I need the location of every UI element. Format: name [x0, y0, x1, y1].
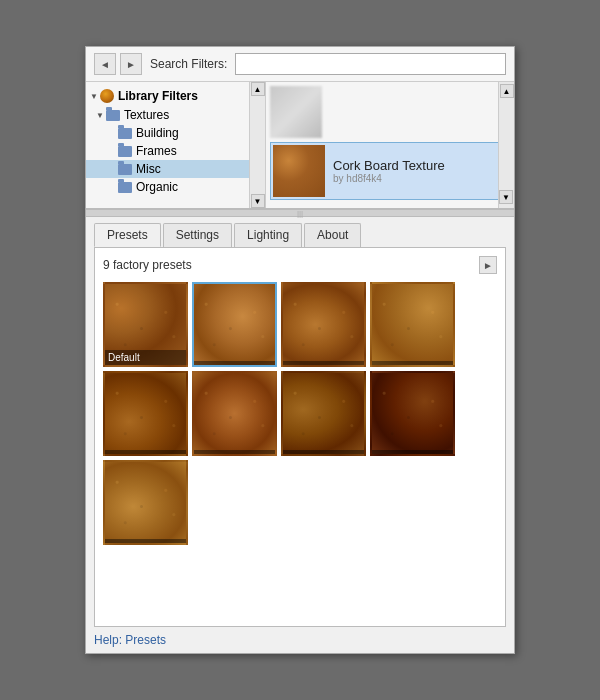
- preset-item-8[interactable]: [103, 460, 188, 545]
- preset-item-4[interactable]: [103, 371, 188, 456]
- main-window: ◄ ► Search Filters: ▼ Library Filters ▼ …: [85, 46, 515, 654]
- textures-folder-icon: [106, 110, 120, 121]
- preview-name-1: Cork Board Texture: [333, 158, 489, 173]
- frames-label: Frames: [136, 144, 177, 158]
- preset-item-2[interactable]: [281, 282, 366, 367]
- library-panel: ▼ Library Filters ▼ Textures Building: [86, 82, 514, 209]
- preview-item-0[interactable]: [270, 86, 510, 138]
- preset-label-3: [372, 361, 453, 365]
- tree-scroll-down-button[interactable]: ▼: [251, 194, 265, 208]
- tree-sub-item-organic[interactable]: Organic: [86, 178, 249, 196]
- tab-content: 9 factory presets ► Default: [94, 247, 506, 627]
- preset-item-1[interactable]: [192, 282, 277, 367]
- preview-thumbnail-1: [273, 145, 325, 197]
- tree-scrollbar: ▲ ▼: [249, 82, 265, 208]
- nav-forward-button[interactable]: ►: [120, 53, 142, 75]
- tree-sub-item-misc[interactable]: Misc: [86, 160, 249, 178]
- building-label: Building: [136, 126, 179, 140]
- misc-label: Misc: [136, 162, 161, 176]
- preset-grid: Default: [103, 282, 497, 545]
- divider: |||: [86, 209, 514, 217]
- frames-folder-icon: [118, 146, 132, 157]
- tab-presets[interactable]: Presets: [94, 223, 161, 247]
- preview-item-1[interactable]: Cork Board Texture by hd8f4k4: [270, 142, 510, 200]
- presets-count: 9 factory presets: [103, 258, 192, 272]
- presets-header: 9 factory presets ►: [103, 256, 497, 274]
- preset-item-5[interactable]: [192, 371, 277, 456]
- presets-arrow-button[interactable]: ►: [479, 256, 497, 274]
- preview-section: Cork Board Texture by hd8f4k4 ▲ ▼: [266, 82, 514, 208]
- preset-item-3[interactable]: [370, 282, 455, 367]
- help-link[interactable]: Help: Presets: [86, 627, 514, 653]
- preset-label-5: [194, 450, 275, 454]
- tree-root-library-filters[interactable]: ▼ Library Filters: [86, 86, 249, 106]
- preview-info-1: Cork Board Texture by hd8f4k4: [333, 158, 489, 184]
- tabs-section: Presets Settings Lighting About 9 factor…: [86, 217, 514, 627]
- preset-label-4: [105, 450, 186, 454]
- preview-thumbnail-0: [270, 86, 322, 138]
- tab-settings[interactable]: Settings: [163, 223, 232, 247]
- preset-item-7[interactable]: [370, 371, 455, 456]
- tab-about[interactable]: About: [304, 223, 361, 247]
- search-input[interactable]: [235, 53, 506, 75]
- tab-lighting[interactable]: Lighting: [234, 223, 302, 247]
- tree-item-textures[interactable]: ▼ Textures: [86, 106, 249, 124]
- preset-item-6[interactable]: [281, 371, 366, 456]
- toolbar: ◄ ► Search Filters:: [86, 47, 514, 82]
- tabs-row: Presets Settings Lighting About: [94, 223, 506, 247]
- textures-collapse-icon: ▼: [96, 111, 104, 120]
- building-folder-icon: [118, 128, 132, 139]
- organic-folder-icon: [118, 182, 132, 193]
- misc-folder-icon: [118, 164, 132, 175]
- preset-label-6: [283, 450, 364, 454]
- preset-label-2: [283, 361, 364, 365]
- preset-label-1: [194, 361, 275, 365]
- preview-scroll-down-button[interactable]: ▼: [499, 190, 513, 204]
- organic-label: Organic: [136, 180, 178, 194]
- preset-label-0: Default: [105, 350, 186, 365]
- library-filters-label: Library Filters: [118, 89, 198, 103]
- preset-item-0[interactable]: Default: [103, 282, 188, 367]
- preview-scrollbar: ▲ ▼: [498, 82, 514, 208]
- preview-author-1: by hd8f4k4: [333, 173, 489, 184]
- search-label: Search Filters:: [150, 57, 227, 71]
- textures-label: Textures: [124, 108, 169, 122]
- preset-label-8: [105, 539, 186, 543]
- preview-scroll-up-button[interactable]: ▲: [500, 84, 514, 98]
- library-filters-icon: [100, 89, 114, 103]
- nav-back-button[interactable]: ◄: [94, 53, 116, 75]
- tree-sub-item-building[interactable]: Building: [86, 124, 249, 142]
- tree-section: ▼ Library Filters ▼ Textures Building: [86, 82, 266, 208]
- tree-scroll-up-button[interactable]: ▲: [251, 82, 265, 96]
- preset-label-7: [372, 450, 453, 454]
- tree-sub-item-frames[interactable]: Frames: [86, 142, 249, 160]
- collapse-arrow-icon: ▼: [90, 92, 98, 101]
